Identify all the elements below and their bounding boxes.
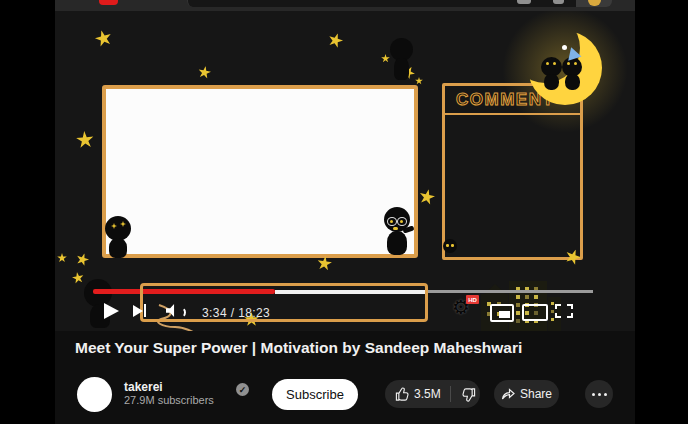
share-label: Share <box>520 387 552 401</box>
star-decoration <box>57 253 67 263</box>
verified-badge-icon: ✓ <box>236 383 249 396</box>
channel-name[interactable]: takerei <box>124 380 163 394</box>
browser-window: COMMENT <box>0 0 688 424</box>
star-decoration <box>197 65 212 80</box>
more-dot <box>598 393 601 396</box>
youtube-logo-icon[interactable] <box>99 0 118 5</box>
video-player[interactable]: COMMENT <box>55 11 635 331</box>
miniplayer-icon[interactable] <box>490 304 514 322</box>
star-decoration <box>381 54 390 63</box>
share-button[interactable]: Share <box>494 380 559 408</box>
youtube-header <box>55 0 635 11</box>
whiteboard-frame <box>102 85 418 258</box>
subscriber-count: 27.9M subscribers <box>124 394 214 406</box>
miniplayer-fill <box>499 311 510 318</box>
bird-eye <box>567 62 570 65</box>
more-actions-button[interactable] <box>585 380 613 408</box>
star-decoration <box>74 251 90 267</box>
star-decoration <box>93 28 114 49</box>
bird-eye <box>546 62 549 65</box>
thumbs-down-icon[interactable] <box>461 387 476 402</box>
window-lights <box>551 302 554 305</box>
more-dot <box>592 393 595 396</box>
penguin-body <box>387 231 407 255</box>
time-display: 3:34 / 18:23 <box>202 306 270 320</box>
bird-eye <box>553 62 556 65</box>
thumbs-up-icon[interactable] <box>395 387 410 402</box>
like-count[interactable]: 3.5M <box>414 387 441 401</box>
subscribe-label: Subscribe <box>286 387 344 402</box>
stick-figure-body <box>394 58 409 80</box>
like-dislike-pill: 3.5M <box>385 380 480 408</box>
penguin-eye <box>390 220 393 223</box>
star-decoration <box>415 77 423 85</box>
hat-pom <box>562 45 567 50</box>
bird-body <box>544 74 559 90</box>
next-button[interactable] <box>133 305 143 317</box>
bird-eye <box>574 62 577 65</box>
next-button-bar[interactable] <box>144 304 146 317</box>
fullscreen-icon[interactable] <box>555 304 573 318</box>
channel-avatar[interactable] <box>77 377 112 412</box>
progress-bar-buffer[interactable] <box>428 290 593 293</box>
bird-eye <box>446 244 449 247</box>
penguin-eye <box>400 220 403 223</box>
penguin-body <box>109 238 127 258</box>
create-icon[interactable] <box>517 0 531 4</box>
penguin-beak <box>393 227 398 230</box>
subscribe-button[interactable]: Subscribe <box>272 379 358 410</box>
star-decoration <box>326 31 345 50</box>
pill-divider <box>450 386 451 402</box>
video-title: Meet Your Super Power | Motivation by Sa… <box>75 339 595 357</box>
hd-quality-badge: HD <box>466 295 479 304</box>
star-decoration <box>71 271 85 285</box>
more-dot <box>604 393 607 396</box>
share-arrow-icon <box>501 388 515 400</box>
star-decoration <box>75 130 95 150</box>
notifications-bell-icon[interactable] <box>553 0 564 4</box>
theater-mode-icon[interactable] <box>522 304 548 321</box>
play-button[interactable] <box>104 303 119 319</box>
bird-body <box>565 74 580 90</box>
bird-eye <box>451 244 454 247</box>
star-decoration <box>418 188 437 207</box>
